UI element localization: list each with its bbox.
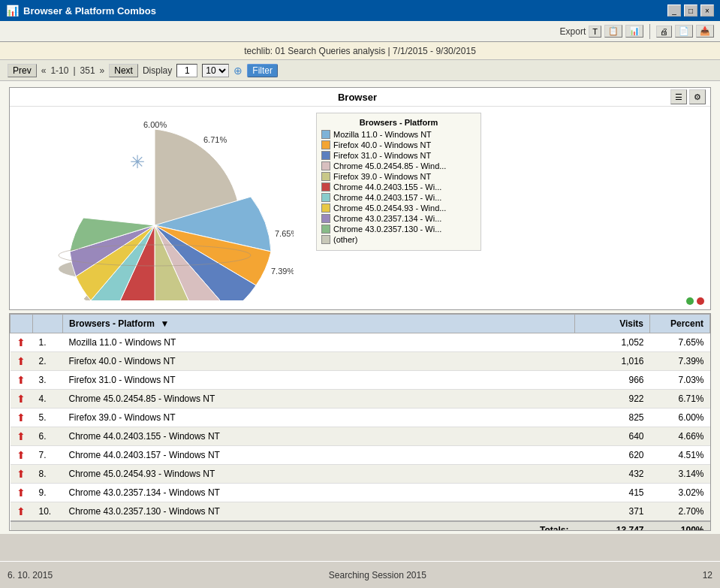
row-browser: Firefox 31.0 - Windows NT bbox=[63, 371, 575, 390]
chart-dots bbox=[686, 297, 704, 305]
minimize-button[interactable]: _ bbox=[667, 5, 681, 17]
row-action-icon[interactable]: ⬆ bbox=[11, 352, 33, 371]
legend-item-label: Firefox 31.0 - Windows NT bbox=[333, 151, 431, 160]
chart-settings-button[interactable]: ⚙ bbox=[689, 89, 706, 104]
export-pdf-button[interactable]: 📄 bbox=[675, 25, 693, 38]
footer-visits: 13,747 bbox=[575, 521, 650, 531]
row-action-icon[interactable]: ⬆ bbox=[11, 502, 33, 522]
legend-item-label: Firefox 40.0 - Windows NT bbox=[333, 140, 431, 149]
legend-item: Chrome 45.0.2454.93 - Wind... bbox=[321, 204, 476, 213]
row-number: 1. bbox=[33, 333, 63, 352]
label-739: 7.39% bbox=[271, 267, 294, 276]
row-browser: Firefox 40.0 - Windows NT bbox=[63, 352, 575, 371]
table-header-row: Browsers - Platform ▼ Visits Percent bbox=[11, 315, 710, 333]
up-icon[interactable]: ⬆ bbox=[17, 505, 26, 517]
label-671: 6.71% bbox=[203, 135, 227, 144]
up-icon[interactable]: ⬆ bbox=[17, 468, 26, 480]
window-controls: _ □ × bbox=[667, 5, 714, 17]
chart-table-button[interactable]: ☰ bbox=[670, 89, 687, 104]
per-page-select[interactable]: 10 25 50 bbox=[202, 64, 229, 77]
row-action-icon[interactable]: ⬆ bbox=[11, 484, 33, 502]
row-action-icon[interactable]: ⬆ bbox=[11, 333, 33, 352]
table-row: ⬆ 4. Chrome 45.0.2454.85 - Windows NT 92… bbox=[11, 390, 710, 409]
legend-color-swatch bbox=[321, 225, 330, 234]
row-action-icon[interactable]: ⬆ bbox=[11, 427, 33, 446]
up-icon[interactable]: ⬆ bbox=[17, 449, 26, 461]
legend-item: Chrome 44.0.2403.157 - Wi... bbox=[321, 193, 476, 202]
row-action-icon[interactable]: ⬆ bbox=[11, 465, 33, 484]
col-percent[interactable]: Percent bbox=[650, 315, 710, 333]
up-icon[interactable]: ⬆ bbox=[17, 487, 26, 499]
table-row: ⬆ 9. Chrome 43.0.2357.134 - Windows NT 4… bbox=[11, 484, 710, 502]
table-row: ⬆ 6. Chrome 44.0.2403.155 - Windows NT 6… bbox=[11, 427, 710, 446]
status-page: 12 bbox=[703, 570, 712, 580]
chart-header: Browser ☰ ⚙ bbox=[10, 88, 710, 107]
table-row: ⬆ 3. Firefox 31.0 - Windows NT 966 7.03% bbox=[11, 371, 710, 390]
up-icon[interactable]: ⬆ bbox=[17, 374, 26, 386]
table-body: ⬆ 1. Mozilla 11.0 - Windows NT 1,052 7.6… bbox=[11, 333, 710, 522]
print-button[interactable]: 🖨 bbox=[656, 26, 672, 38]
legend-item-label: Mozilla 11.0 - Windows NT bbox=[333, 130, 432, 139]
legend-item-label: Chrome 44.0.2403.157 - Wi... bbox=[333, 193, 441, 202]
export-bar: Export T 📋 📊 🖨 📄 📥 bbox=[0, 21, 720, 42]
row-number: 8. bbox=[33, 465, 63, 484]
row-number: 2. bbox=[33, 352, 63, 371]
nav-bar: Prev « 1-10 | 351 » Next Display 1 10 25… bbox=[0, 60, 720, 81]
legend-title: Browsers - Platform bbox=[321, 118, 476, 127]
export-copy-button[interactable]: 📋 bbox=[604, 25, 622, 38]
up-icon[interactable]: ⬆ bbox=[17, 355, 26, 367]
table-footer-row: Totals: 13,747 100% bbox=[11, 521, 710, 531]
total-count: 351 bbox=[80, 65, 95, 76]
row-action-icon[interactable]: ⬆ bbox=[11, 390, 33, 409]
row-visits: 922 bbox=[575, 390, 650, 409]
sort-icon[interactable]: ▼ bbox=[160, 318, 169, 329]
row-percent: 2.70% bbox=[650, 502, 710, 522]
row-visits: 371 bbox=[575, 502, 650, 522]
up-icon[interactable]: ⬆ bbox=[17, 412, 26, 424]
close-button[interactable]: × bbox=[700, 5, 714, 17]
export-chart-button[interactable]: 📊 bbox=[625, 25, 643, 38]
up-icon[interactable]: ⬆ bbox=[17, 393, 26, 405]
legend-color-swatch bbox=[321, 193, 330, 202]
export-text-button[interactable]: T bbox=[589, 26, 601, 38]
row-browser: Mozilla 11.0 - Windows NT bbox=[63, 333, 575, 352]
row-action-icon[interactable]: ⬆ bbox=[11, 371, 33, 390]
footer-percent: 100% bbox=[650, 521, 710, 531]
export-download-button[interactable]: 📥 bbox=[696, 25, 714, 38]
row-browser: Chrome 45.0.2454.93 - Windows NT bbox=[63, 465, 575, 484]
row-action-icon[interactable]: ⬆ bbox=[11, 446, 33, 465]
page-input[interactable]: 1 bbox=[176, 64, 197, 77]
table-row: ⬆ 1. Mozilla 11.0 - Windows NT 1,052 7.6… bbox=[11, 333, 710, 352]
row-browser: Chrome 43.0.2357.134 - Windows NT bbox=[63, 484, 575, 502]
legend-color-swatch bbox=[321, 172, 330, 181]
col-visits[interactable]: Visits bbox=[575, 315, 650, 333]
table-row: ⬆ 5. Firefox 39.0 - Windows NT 825 6.00% bbox=[11, 409, 710, 427]
table-row: ⬆ 2. Firefox 40.0 - Windows NT 1,016 7.3… bbox=[11, 352, 710, 371]
row-browser: Firefox 39.0 - Windows NT bbox=[63, 409, 575, 427]
legend-color-swatch bbox=[321, 235, 330, 244]
table-row: ⬆ 7. Chrome 44.0.2403.157 - Windows NT 6… bbox=[11, 446, 710, 465]
prev-button[interactable]: Prev bbox=[8, 64, 37, 77]
row-browser: Chrome 43.0.2357.130 - Windows NT bbox=[63, 502, 575, 522]
row-percent: 3.14% bbox=[650, 465, 710, 484]
col-browser[interactable]: Browsers - Platform ▼ bbox=[63, 315, 575, 333]
up-icon[interactable]: ⬆ bbox=[17, 430, 26, 442]
next-button[interactable]: Next bbox=[109, 64, 138, 77]
row-number: 9. bbox=[33, 484, 63, 502]
row-browser: Chrome 44.0.2403.155 - Windows NT bbox=[63, 427, 575, 446]
filter-icon[interactable]: ⊕ bbox=[233, 65, 243, 77]
row-number: 6. bbox=[33, 427, 63, 446]
row-number: 10. bbox=[33, 502, 63, 522]
chart-toolbar: ☰ ⚙ bbox=[670, 89, 706, 104]
filter-button[interactable]: Filter bbox=[247, 64, 278, 77]
legend-item-label: Chrome 43.0.2357.130 - Wi... bbox=[333, 225, 441, 234]
range-separator: | bbox=[73, 65, 75, 76]
title-bar: 📊 Browser & Platform Combos _ □ × bbox=[0, 0, 720, 21]
label-765: 7.65% bbox=[275, 229, 294, 238]
legend-item: Chrome 43.0.2357.130 - Wi... bbox=[321, 225, 476, 234]
row-number: 4. bbox=[33, 390, 63, 409]
legend-item-label: Firefox 39.0 - Windows NT bbox=[333, 172, 431, 181]
maximize-button[interactable]: □ bbox=[684, 5, 697, 17]
row-action-icon[interactable]: ⬆ bbox=[11, 409, 33, 427]
up-icon[interactable]: ⬆ bbox=[17, 336, 26, 348]
